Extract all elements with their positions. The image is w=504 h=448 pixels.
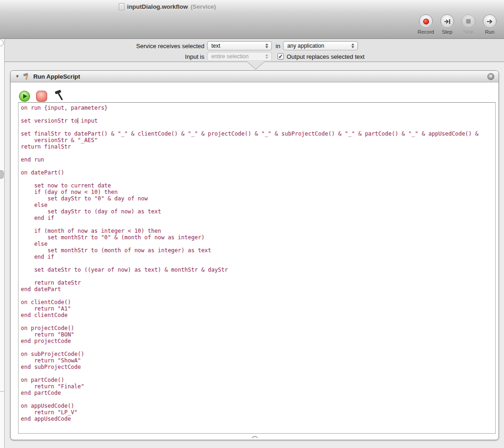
stop-button-label: Stop (463, 29, 474, 35)
main-toolbar: Record Step Stop (0, 13, 504, 39)
toolbar-button-group: Record Step Stop (416, 14, 499, 35)
run-icon (486, 19, 493, 25)
in-label: in (276, 43, 280, 50)
stop-icon (466, 19, 471, 24)
step-button[interactable]: Step (437, 14, 457, 35)
pane-divider (0, 391, 4, 392)
window-title: inputDialog.workflow (127, 3, 188, 10)
input-is-label: Input is (5, 53, 204, 60)
compile-hammer-icon (55, 90, 65, 100)
input-connector-arrow (247, 62, 264, 70)
popup-arrows-icon (264, 44, 270, 48)
record-icon (423, 19, 429, 25)
service-receives-row: Service receives selected text in any ap… (5, 41, 504, 51)
resize-grip-icon[interactable] (251, 435, 258, 438)
window-title-group: inputDialog.workflow (Service) (0, 0, 335, 13)
output-replaces-label: Output replaces selected text (287, 53, 364, 60)
run-applescript-action: ▼ Run AppleScript ✕ on run {input, param… (10, 70, 499, 440)
document-proxy-icon[interactable] (119, 3, 124, 10)
action-header[interactable]: ▼ Run AppleScript ✕ (11, 71, 498, 82)
code-text[interactable]: on run {input, parameters} set versionSt… (18, 103, 495, 424)
record-button[interactable]: Record (416, 14, 436, 35)
receives-type-popup[interactable]: text (207, 41, 272, 50)
window-title-suffix: (Service) (191, 3, 216, 10)
disclosure-triangle-icon[interactable]: ▼ (15, 74, 19, 79)
script-compile-button[interactable] (55, 90, 65, 102)
output-replaces-checkbox[interactable]: ✓ (277, 53, 284, 60)
run-button[interactable]: Run (480, 14, 499, 35)
play-icon (23, 94, 27, 99)
pane-scrollbar-thumb[interactable] (0, 170, 4, 179)
background-pane-edge (0, 39, 5, 448)
script-stop-button[interactable] (36, 91, 47, 102)
close-icon: ✕ (489, 75, 493, 79)
applescript-hammer-icon (23, 73, 31, 80)
background-control-edge (0, 39, 4, 46)
receives-type-value: text (211, 43, 261, 49)
record-button-label: Record (418, 29, 434, 35)
script-run-controls (11, 82, 498, 102)
application-popup[interactable]: any application (283, 41, 358, 50)
popup-arrows-icon (264, 54, 270, 59)
script-run-button[interactable] (19, 91, 30, 102)
step-button-label: Step (442, 29, 453, 35)
stop-button: Stop (459, 14, 478, 35)
run-button-label: Run (485, 29, 494, 35)
service-config-bar: Service receives selected text in any ap… (5, 39, 504, 62)
popup-arrows-icon (350, 44, 356, 48)
input-selection-value: entire selection (211, 53, 261, 60)
checkmark-icon: ✓ (278, 54, 283, 59)
service-receives-label: Service receives selected (5, 43, 204, 50)
step-icon (444, 19, 451, 25)
applescript-editor[interactable]: on run {input, parameters} set versionSt… (18, 102, 496, 434)
service-input-row: Input is entire selection ✓ Output repla… (5, 51, 504, 62)
text-cursor (78, 118, 78, 124)
action-title: Run AppleScript (33, 73, 80, 80)
window-titlebar[interactable]: inputDialog.workflow (Service) (0, 0, 504, 13)
input-selection-popup: entire selection (207, 52, 272, 61)
close-action-button[interactable]: ✕ (487, 73, 494, 80)
application-value: any application (287, 43, 347, 49)
